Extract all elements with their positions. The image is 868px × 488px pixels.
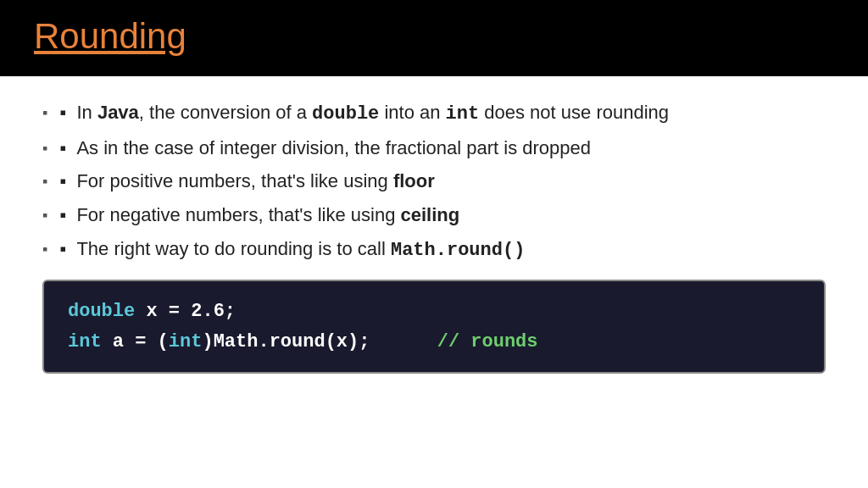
page-title: Rounding	[34, 16, 186, 57]
code-block: double x = 2.6; int a = ( int )Math.roun…	[42, 280, 826, 373]
list-item: ▪ For positive numbers, that's like usin…	[42, 169, 826, 194]
bullet-marker: ▪	[59, 169, 76, 194]
main-content: ▪ In Java, the conversion of a double in…	[0, 76, 868, 391]
list-item: ▪ As in the case of integer division, th…	[42, 136, 826, 161]
bullet-marker: ▪	[59, 100, 76, 125]
keyword-cast-int: int	[169, 327, 203, 357]
list-item: ▪ In Java, the conversion of a double in…	[42, 100, 826, 127]
code-int: int	[446, 103, 480, 125]
code-rest-1: x = 2.6;	[135, 297, 236, 326]
code-math-round: Math.round()	[391, 240, 525, 261]
bold-java: Java	[97, 102, 139, 123]
code-line-1: double x = 2.6;	[68, 297, 800, 326]
bold-ceiling: ceiling	[400, 204, 459, 225]
bullet-marker: ▪	[59, 136, 76, 161]
code-rest-2b: )Math.round(x);	[202, 327, 370, 357]
code-spacing	[370, 327, 437, 357]
keyword-double: double	[68, 297, 135, 326]
bullet-list: ▪ In Java, the conversion of a double in…	[42, 100, 826, 263]
bullet-text: For negative numbers, that's like using …	[76, 202, 459, 228]
header: Rounding	[0, 0, 868, 76]
bullet-text: The right way to do rounding is to call …	[76, 236, 525, 263]
code-double: double	[312, 103, 379, 125]
code-line-2: int a = ( int )Math.round(x); // rounds	[68, 327, 800, 357]
bullet-text: For positive numbers, that's like using …	[76, 169, 434, 194]
bullet-marker: ▪	[59, 202, 76, 228]
bullet-text: In Java, the conversion of a double into…	[76, 100, 669, 127]
bullet-marker: ▪	[59, 236, 76, 262]
code-rest-2a: a = (	[102, 327, 169, 357]
bullet-text: As in the case of integer division, the …	[76, 136, 591, 161]
list-item: ▪ For negative numbers, that's like usin…	[42, 202, 826, 228]
bold-floor: floor	[393, 170, 435, 191]
list-item: ▪ The right way to do rounding is to cal…	[42, 236, 826, 263]
code-comment: // rounds	[437, 327, 538, 357]
keyword-int: int	[68, 327, 102, 357]
